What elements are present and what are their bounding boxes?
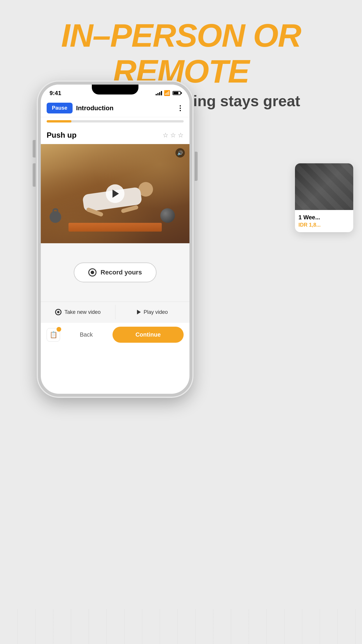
side-button-right — [195, 152, 198, 181]
phone-frame: 9:41 📶 Pause Introductio — [38, 82, 192, 397]
bottom-actions: Take new video Play video — [41, 302, 189, 322]
star-3[interactable]: ☆ — [178, 132, 184, 139]
back-button[interactable]: Back — [64, 328, 109, 341]
exercise-name: Push up — [47, 131, 77, 140]
more-menu-button[interactable]: ⋮ — [177, 105, 184, 112]
play-button[interactable] — [106, 184, 124, 203]
card-image — [295, 163, 353, 210]
play-video-button[interactable]: Play video — [115, 305, 190, 319]
badge — [57, 327, 61, 332]
star-rating[interactable]: ☆ ☆ ☆ — [163, 132, 184, 139]
progress-container — [41, 117, 189, 127]
star-1[interactable]: ☆ — [163, 132, 168, 139]
phone-wrapper: 9:41 📶 Pause Introductio — [38, 82, 192, 397]
nav-bar: 📋 Back Continue — [41, 322, 189, 347]
app-header: Pause Introduction ⋮ — [41, 99, 189, 117]
exercise-row: Push up ☆ ☆ ☆ — [41, 127, 189, 144]
star-2[interactable]: ☆ — [170, 132, 176, 139]
record-dot — [91, 271, 94, 274]
card-gym-bg — [295, 163, 353, 210]
signal-icon — [156, 91, 162, 95]
take-video-label: Take new video — [64, 309, 101, 315]
take-video-icon — [55, 309, 61, 315]
record-section: Record yours — [41, 243, 189, 302]
second-card: 1 Wee... IDR 1,8... — [295, 163, 353, 232]
notch — [92, 85, 138, 94]
battery-icon — [173, 91, 181, 95]
play-triangle — [113, 190, 119, 198]
exercise-mat — [68, 223, 162, 232]
card-body: 1 Wee... IDR 1,8... — [295, 210, 353, 232]
play-video-label: Play video — [144, 309, 168, 315]
pause-button[interactable]: Pause — [47, 103, 73, 113]
play-video-icon — [137, 310, 141, 314]
bg-lines — [0, 609, 362, 644]
header-title: Introduction — [76, 104, 173, 112]
side-button-left-1 — [33, 140, 36, 158]
side-button-left-2 — [33, 163, 36, 187]
nav-icon-badge: 📋 — [47, 328, 60, 342]
continue-button[interactable]: Continue — [113, 327, 184, 343]
wifi-icon: 📶 — [164, 90, 170, 96]
record-icon — [88, 268, 96, 276]
status-icons: 📶 — [156, 90, 181, 96]
card-title: 1 Wee... — [298, 214, 350, 221]
record-button[interactable]: Record yours — [74, 262, 157, 282]
sound-icon[interactable]: 🔊 — [175, 148, 185, 158]
record-label: Record yours — [101, 269, 142, 276]
video-area[interactable]: 🔊 — [41, 144, 189, 243]
progress-fill — [47, 120, 71, 123]
kettlebell — [50, 208, 61, 223]
card-price: IDR 1,8... — [298, 222, 350, 228]
progress-track — [47, 120, 184, 123]
status-time: 9:41 — [50, 90, 61, 97]
gym-ball — [160, 208, 175, 223]
take-video-button[interactable]: Take new video — [41, 305, 115, 319]
main-title: IN–PERSON OR REMOTE — [0, 18, 362, 89]
